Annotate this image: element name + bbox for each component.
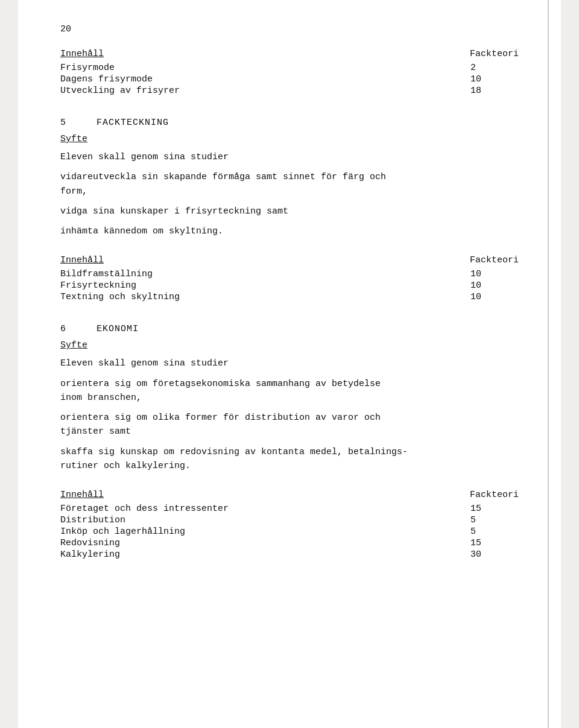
row-value: 5 bbox=[470, 527, 519, 537]
table-row: Textning och skyltning 10 bbox=[60, 292, 519, 302]
section6-para4: skaffa sig kunskap om redovisning av kon… bbox=[60, 445, 519, 473]
row-label: Utveckling av frisyrer bbox=[60, 86, 180, 96]
table-row: Bildframställning 10 bbox=[60, 269, 519, 279]
section5-para1: Eleven skall genom sina studier bbox=[60, 150, 519, 164]
row-value: 30 bbox=[470, 549, 519, 560]
section5-para4: inhämta kännedom om skyltning. bbox=[60, 224, 519, 238]
row-label: Distribution bbox=[60, 515, 125, 525]
section5-table: Innehåll Fackteori Bildframställning 10 … bbox=[60, 255, 519, 302]
table-row: Utveckling av frisyrer 18 bbox=[60, 86, 519, 96]
table-row: Inköp och lagerhållning 5 bbox=[60, 527, 519, 537]
section6-title: EKONOMI bbox=[96, 324, 139, 334]
page: 20 Innehåll Fackteori Frisyrmode 2 Dagen… bbox=[18, 0, 561, 728]
section6-para1: Eleven skall genom sina studier bbox=[60, 356, 519, 370]
row-value: 10 bbox=[470, 292, 519, 302]
table-row: Frisyrteckning 10 bbox=[60, 280, 519, 291]
section6-syfte: Syfte bbox=[60, 340, 519, 350]
section6-number: 6 bbox=[60, 324, 72, 334]
section5-para2: vidareutveckla sin skapande förmåga samt… bbox=[60, 170, 519, 198]
table-row: Företaget och dess intressenter 15 bbox=[60, 504, 519, 514]
section6-innehall-header: Innehåll bbox=[60, 490, 104, 500]
section5-fackteori-header: Fackteori bbox=[470, 255, 519, 265]
row-label: Textning och skyltning bbox=[60, 292, 180, 302]
section5-number: 5 bbox=[60, 118, 72, 128]
top-table-header: Innehåll Fackteori bbox=[60, 49, 519, 59]
table-row: Kalkylering 30 bbox=[60, 549, 519, 560]
page-number: 20 bbox=[60, 24, 519, 34]
row-label: Kalkylering bbox=[60, 549, 120, 560]
row-label: Frisyrteckning bbox=[60, 280, 136, 291]
top-fackteori-header: Fackteori bbox=[470, 49, 519, 59]
top-table: Innehåll Fackteori Frisyrmode 2 Dagens f… bbox=[60, 49, 519, 96]
row-value: 10 bbox=[470, 280, 519, 291]
section6-header: 6 EKONOMI bbox=[60, 324, 519, 334]
row-value: 10 bbox=[470, 269, 519, 279]
section5-syfte: Syfte bbox=[60, 134, 519, 144]
row-label: Bildframställning bbox=[60, 269, 153, 279]
row-value: 15 bbox=[470, 538, 519, 548]
table-row: Distribution 5 bbox=[60, 515, 519, 525]
row-label: Frisyrmode bbox=[60, 63, 115, 73]
row-label: Dagens frisyrmode bbox=[60, 74, 153, 84]
row-value: 2 bbox=[470, 63, 519, 73]
row-label: Inköp och lagerhållning bbox=[60, 527, 185, 537]
section6-table-header: Innehåll Fackteori bbox=[60, 490, 519, 500]
table-row: Frisyrmode 2 bbox=[60, 63, 519, 73]
section5-table-header: Innehåll Fackteori bbox=[60, 255, 519, 265]
row-label: Redovisning bbox=[60, 538, 120, 548]
row-label: Företaget och dess intressenter bbox=[60, 504, 229, 514]
row-value: 18 bbox=[470, 86, 519, 96]
section5-title: FACKTECKNING bbox=[96, 118, 169, 128]
section5-innehall-header: Innehåll bbox=[60, 255, 104, 265]
section6-para3: orientera sig om olika former för distri… bbox=[60, 411, 519, 439]
table-row: Dagens frisyrmode 10 bbox=[60, 74, 519, 84]
section5-para3: vidga sina kunskaper i frisyrteckning sa… bbox=[60, 204, 519, 218]
section6-fackteori-header: Fackteori bbox=[470, 490, 519, 500]
row-value: 5 bbox=[470, 515, 519, 525]
top-innehall-header: Innehåll bbox=[60, 49, 104, 59]
row-value: 10 bbox=[470, 74, 519, 84]
right-border bbox=[548, 0, 549, 728]
section5-header: 5 FACKTECKNING bbox=[60, 118, 519, 128]
row-value: 15 bbox=[470, 504, 519, 514]
section6-table: Innehåll Fackteori Företaget och dess in… bbox=[60, 490, 519, 560]
table-row: Redovisning 15 bbox=[60, 538, 519, 548]
section6-para2: orientera sig om företagsekonomiska samm… bbox=[60, 377, 519, 405]
